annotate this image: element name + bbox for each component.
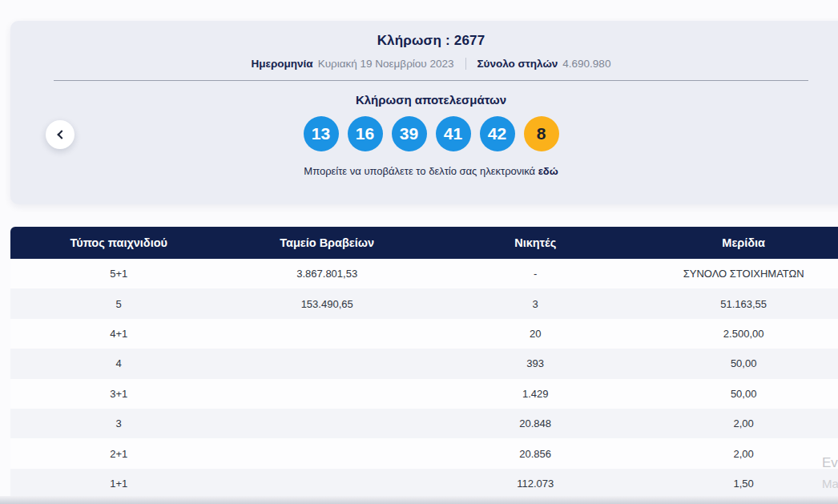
results-subtitle: Κλήρωση αποτελεσμάτων — [356, 93, 506, 107]
table-cell: 1.429 — [427, 388, 643, 400]
table-row: 320.8482,00 — [10, 409, 838, 438]
table-cell: - — [427, 268, 643, 280]
table-row: 4+1202.500,00 — [10, 319, 838, 349]
table-cell: 2,00 — [643, 448, 838, 460]
table-row: 1+1112.0731,50 — [10, 469, 838, 498]
results-table: Τύπος παιχνιδιού Ταμείο Βραβείων Νικητές… — [10, 227, 838, 498]
page: Κλήρωση : 2677 Ημερομηνία Κυριακή 19 Νοε… — [0, 0, 838, 504]
clipped-overlay-text: Ev Ma — [822, 453, 838, 494]
table-row: 439350,00 — [10, 349, 838, 378]
table-cell: 3 — [10, 417, 227, 429]
header-winners: Νικητές — [427, 236, 643, 249]
table-body: 5+13.867.801,53-ΣΥΝΟΛΟ ΣΤΟΙΧΗΜΑΤΩΝ5153.4… — [10, 259, 838, 498]
table-cell: 20.848 — [427, 417, 643, 429]
bonus-number-ball: 8 — [524, 116, 559, 151]
number-ball: 41 — [436, 116, 471, 151]
table-cell: 1+1 — [10, 478, 227, 490]
date-value: Κυριακή 19 Νοεμβρίου 2023 — [318, 58, 454, 70]
card-divider — [54, 80, 808, 81]
table-cell: 153.490,65 — [227, 298, 427, 310]
submit-note-text: Μπορείτε να υποβάλετε το δελτίο σας ηλεκ… — [304, 165, 535, 177]
table-cell: 20.856 — [427, 448, 643, 460]
table-row: 5153.490,65351.163,55 — [10, 288, 838, 318]
table-cell: 3+1 — [10, 388, 227, 400]
table-cell: 50,00 — [643, 388, 838, 400]
total-columns-label: Σύνολο στηλών — [477, 58, 558, 70]
table-row: 2+120.8562,00 — [10, 438, 838, 468]
draw-meta: Ημερομηνία Κυριακή 19 Νοεμβρίου 2023 Σύν… — [252, 58, 611, 70]
number-ball: 39 — [392, 116, 427, 151]
number-ball: 16 — [348, 116, 383, 151]
table-cell: 3 — [427, 298, 643, 310]
table-cell: 2.500,00 — [643, 328, 838, 340]
date-label: Ημερομηνία — [252, 58, 313, 70]
table-cell: 3.867.801,53 — [227, 268, 427, 280]
submit-here-link[interactable]: εδώ — [538, 165, 558, 177]
table-header-row: Τύπος παιχνιδιού Ταμείο Βραβείων Νικητές… — [10, 227, 838, 259]
drawn-numbers: 13163941428 — [304, 116, 559, 151]
table-cell: 112.073 — [427, 478, 643, 490]
table-cell: 1,50 — [643, 478, 838, 490]
table-cell: 5 — [10, 298, 227, 310]
table-cell: 4+1 — [10, 328, 227, 340]
table-cell: 51.163,55 — [643, 298, 838, 310]
table-cell: 50,00 — [643, 357, 838, 369]
table-cell: 4 — [10, 357, 227, 369]
table-cell: ΣΥΝΟΛΟ ΣΤΟΙΧΗΜΑΤΩΝ — [643, 268, 838, 280]
number-ball: 13 — [304, 116, 339, 151]
table-cell: 2,00 — [643, 417, 838, 429]
submit-note: Μπορείτε να υποβάλετε το δελτίο σας ηλεκ… — [304, 165, 558, 177]
total-columns-value: 4.690.980 — [562, 58, 610, 70]
table-row: 3+11.42950,00 — [10, 379, 838, 409]
back-button[interactable] — [46, 120, 75, 149]
table-row: 5+13.867.801,53-ΣΥΝΟΛΟ ΣΤΟΙΧΗΜΑΤΩΝ — [10, 259, 838, 288]
draw-title: Κλήρωση : 2677 — [377, 33, 485, 49]
overlay-line: Ma — [822, 474, 838, 494]
meta-divider — [465, 58, 466, 70]
overlay-line: Ev — [822, 453, 838, 474]
table-cell: 393 — [427, 357, 643, 369]
table-cell: 20 — [427, 328, 643, 340]
bottom-strip — [0, 496, 838, 504]
table-cell: 5+1 — [10, 268, 227, 280]
table-cell: 2+1 — [10, 448, 227, 460]
header-shares: Μερίδια — [643, 236, 838, 249]
number-ball: 42 — [480, 116, 515, 151]
draw-results-card: Κλήρωση : 2677 Ημερομηνία Κυριακή 19 Νοε… — [10, 21, 838, 204]
header-game-type: Τύπος παιχνιδιού — [10, 236, 227, 249]
chevron-left-icon — [57, 130, 66, 139]
header-prize-fund: Ταμείο Βραβείων — [227, 236, 427, 249]
